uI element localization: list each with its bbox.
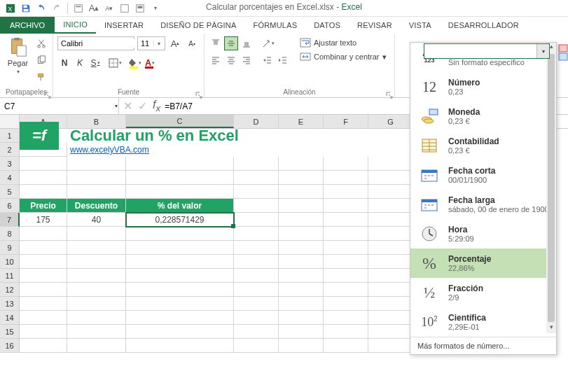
- tab-desarrollador[interactable]: DESARROLLADOR: [440, 17, 527, 34]
- calc-icon[interactable]: [72, 2, 85, 15]
- cell[interactable]: [67, 157, 126, 171]
- col-header-e[interactable]: E: [279, 115, 324, 128]
- chevron-down-icon[interactable]: ▾: [113, 103, 118, 109]
- row-header[interactable]: 3: [0, 157, 20, 171]
- cell[interactable]: [368, 129, 413, 143]
- tab-inicio[interactable]: INICIO: [55, 17, 96, 34]
- cell[interactable]: [20, 185, 67, 199]
- cell[interactable]: [67, 185, 126, 199]
- cell[interactable]: [279, 325, 324, 339]
- row-header[interactable]: 16: [0, 339, 20, 353]
- align-bottom-icon[interactable]: [240, 36, 254, 50]
- row-header[interactable]: 15: [0, 325, 20, 339]
- cell[interactable]: [126, 185, 234, 199]
- save-icon[interactable]: [20, 2, 32, 15]
- cell[interactable]: [324, 171, 368, 185]
- more-number-formats[interactable]: Más formatos de número...: [410, 337, 556, 354]
- cell[interactable]: [20, 283, 67, 297]
- cell[interactable]: [368, 269, 413, 283]
- cell[interactable]: [20, 325, 67, 339]
- chevron-down-icon[interactable]: ▾: [153, 41, 163, 47]
- cell[interactable]: [279, 241, 324, 255]
- cell[interactable]: [20, 339, 67, 353]
- tab-diseno[interactable]: DISEÑO DE PÁGINA: [152, 17, 244, 34]
- cell[interactable]: =f: [20, 129, 67, 143]
- cell[interactable]: [126, 283, 234, 297]
- fill-handle[interactable]: [231, 224, 235, 228]
- fill-qat-icon[interactable]: [134, 2, 146, 15]
- font-size-inc-icon[interactable]: A▴: [88, 2, 100, 15]
- enter-formula-icon[interactable]: ✓: [138, 99, 147, 113]
- nf-item-fraction[interactable]: ½Fracción 2/9: [410, 278, 556, 307]
- row-header[interactable]: 10: [0, 255, 20, 269]
- cell[interactable]: [279, 297, 324, 311]
- row-header[interactable]: 13: [0, 297, 20, 311]
- cell[interactable]: [234, 185, 279, 199]
- excel-app-icon[interactable]: X: [4, 2, 17, 15]
- cell[interactable]: [324, 339, 368, 353]
- row-header[interactable]: 6: [0, 199, 20, 213]
- cell[interactable]: [324, 311, 368, 325]
- cell[interactable]: [126, 157, 234, 171]
- cell[interactable]: [279, 255, 324, 269]
- cell[interactable]: [20, 255, 67, 269]
- align-middle-icon[interactable]: [224, 36, 238, 50]
- align-right-icon[interactable]: [240, 53, 254, 67]
- dropdown-scrollbar[interactable]: ▴ ▾: [546, 43, 556, 333]
- col-header-f[interactable]: F: [324, 115, 368, 128]
- col-header-d[interactable]: D: [234, 115, 279, 128]
- cell[interactable]: [126, 339, 234, 353]
- dialog-launcher-icon[interactable]: [195, 89, 202, 96]
- cell[interactable]: [324, 255, 368, 269]
- wrap-text-button[interactable]: Ajustar texto: [297, 36, 389, 49]
- cell[interactable]: [368, 325, 413, 339]
- cell[interactable]: [368, 227, 413, 241]
- cell[interactable]: [234, 157, 279, 171]
- tab-revisar[interactable]: REVISAR: [349, 17, 401, 34]
- cell[interactable]: [234, 213, 279, 227]
- number-format-combo[interactable]: ▾: [424, 43, 550, 59]
- cell[interactable]: [368, 339, 413, 353]
- cell[interactable]: [368, 185, 413, 199]
- underline-button[interactable]: S▾: [88, 56, 102, 70]
- cell[interactable]: [20, 143, 67, 157]
- cell[interactable]: 175: [20, 213, 67, 227]
- font-size-dec-icon[interactable]: A▾: [103, 2, 116, 15]
- cell[interactable]: [324, 157, 368, 171]
- cell[interactable]: [368, 171, 413, 185]
- cell[interactable]: [234, 241, 279, 255]
- align-top-icon[interactable]: [209, 36, 223, 50]
- cell[interactable]: [324, 199, 368, 213]
- paste-button[interactable]: Pegar ▾: [4, 36, 32, 75]
- cut-icon[interactable]: [34, 36, 48, 50]
- row-header[interactable]: 12: [0, 283, 20, 297]
- redo-icon[interactable]: [50, 2, 63, 15]
- tab-formulas[interactable]: FÓRMULAS: [244, 17, 305, 34]
- cell[interactable]: [324, 143, 368, 157]
- name-box[interactable]: ▾: [0, 98, 119, 114]
- italic-button[interactable]: K: [73, 56, 87, 70]
- cell[interactable]: [368, 297, 413, 311]
- cell[interactable]: [234, 297, 279, 311]
- nf-item-longdate[interactable]: Fecha largasábado, 00 de enero de 1900: [410, 190, 556, 219]
- cell[interactable]: [279, 311, 324, 325]
- cell[interactable]: [126, 297, 234, 311]
- dialog-launcher-icon[interactable]: [386, 89, 393, 96]
- chevron-down-icon[interactable]: ▾: [536, 44, 549, 58]
- nf-item-percent[interactable]: %Porcentaje22,86%: [410, 248, 556, 278]
- cell[interactable]: [324, 185, 368, 199]
- format-painter-icon[interactable]: [34, 70, 48, 84]
- grow-font-icon[interactable]: A▴: [168, 36, 182, 50]
- row-header[interactable]: 4: [0, 171, 20, 185]
- cell[interactable]: [126, 129, 234, 143]
- cell[interactable]: [20, 171, 67, 185]
- tab-insertar[interactable]: INSERTAR: [96, 17, 152, 34]
- font-color-button[interactable]: A▾: [143, 56, 157, 70]
- cell[interactable]: [67, 227, 126, 241]
- cell[interactable]: [67, 255, 126, 269]
- row-header[interactable]: 1: [0, 129, 20, 143]
- merge-center-button[interactable]: Combinar y centrar ▾: [297, 50, 389, 63]
- cell[interactable]: [126, 171, 234, 185]
- font-name-combo[interactable]: ▾: [57, 36, 134, 50]
- cell[interactable]: 40: [67, 213, 126, 227]
